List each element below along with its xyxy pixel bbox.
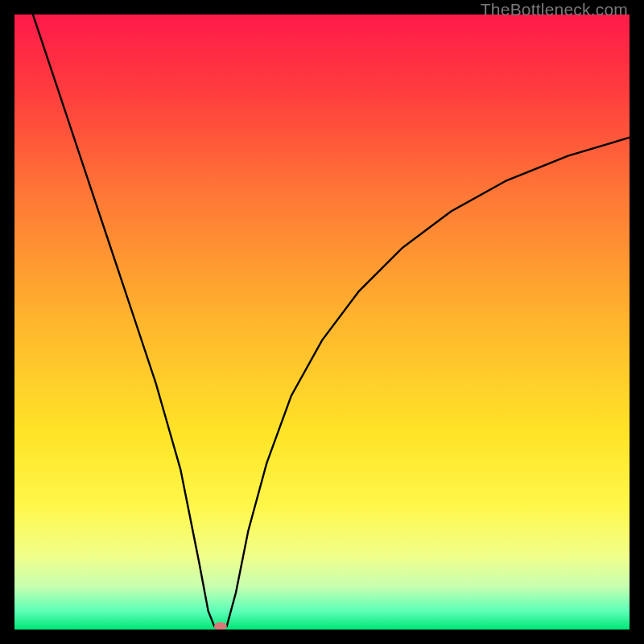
- bottleneck-chart: [14, 14, 630, 630]
- watermark-text: TheBottleneck.com: [481, 0, 628, 19]
- gradient-background: [14, 14, 630, 630]
- chart-frame: [14, 14, 630, 630]
